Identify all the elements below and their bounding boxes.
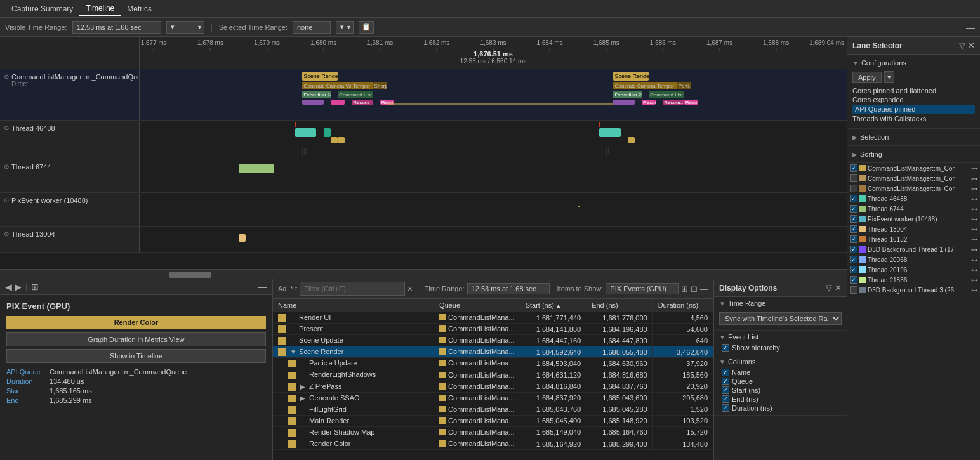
lane-pin-icon[interactable]: ⊶ <box>971 195 977 202</box>
visible-time-dropdown[interactable]: ▾ <box>166 21 204 34</box>
lane-checkbox[interactable] <box>850 286 858 294</box>
nav-capture-summary[interactable]: Capture Summary <box>5 2 79 16</box>
display-options-close-icon[interactable]: ✕ <box>835 283 842 292</box>
selection-header[interactable]: ▶ Selection <box>847 131 980 143</box>
col-header-duration[interactable]: Duration (ns) <box>652 299 713 312</box>
lane-checkbox[interactable]: ✓ <box>850 256 858 263</box>
table-row[interactable]: Particle Update CommandListMana... 1,684… <box>273 358 713 369</box>
render-color-button[interactable]: Render Color <box>6 316 266 329</box>
minimize-button[interactable]: — <box>966 22 975 32</box>
table-row[interactable]: ▼Scene Render CommandListMana... 1,684,5… <box>273 346 713 358</box>
lane-pin-icon[interactable]: ⊶ <box>971 277 977 284</box>
lane-list-item[interactable]: CommandListManager::m_Cor ⊶ <box>847 173 980 183</box>
configurations-header[interactable]: ▼ Configurations <box>847 57 980 69</box>
pixevent-icon[interactable]: ⊙ <box>4 197 9 204</box>
config-row[interactable]: Threads with Callstacks <box>852 114 975 123</box>
display-options-filter-icon[interactable]: ▽ <box>826 283 832 292</box>
thread-46488-track[interactable] <box>140 121 847 159</box>
lane-pin-icon[interactable]: ⊶ <box>971 226 977 233</box>
table-row[interactable]: Present CommandListMana... 1,684,141,880… <box>273 324 713 335</box>
lane-pin-icon[interactable]: ⊶ <box>971 287 977 294</box>
timeline-scrollbar[interactable] <box>0 269 847 279</box>
config-row[interactable]: API Queues pinned <box>852 104 975 114</box>
do-column-label[interactable]: End (ns) <box>732 395 758 403</box>
do-column-label[interactable]: Start (ns) <box>732 386 760 394</box>
next-button[interactable]: ▶ <box>15 282 22 292</box>
filter-clear-button[interactable]: × <box>407 284 413 294</box>
nav-metrics[interactable]: Metrics <box>121 2 158 16</box>
col-header-start[interactable]: Start (ns) <box>520 299 586 312</box>
lane-list-item[interactable]: ✓ Thread 20196 ⊶ <box>847 265 980 275</box>
lane-checkbox[interactable]: ✓ <box>850 195 858 202</box>
do-time-range-header[interactable]: ▼ Time Range <box>719 299 842 307</box>
lane-checkbox[interactable]: ✓ <box>850 266 858 273</box>
config-label[interactable]: API Queues pinned <box>852 105 975 114</box>
show-timeline-button[interactable]: Show in Timeline <box>6 349 266 363</box>
config-label[interactable]: Cores pinned and flattened <box>852 87 975 95</box>
do-columns-header[interactable]: ▼ Columns <box>719 358 842 365</box>
table-row[interactable]: RenderLightShadows CommandListMana... 1,… <box>273 369 713 381</box>
lane-pin-icon[interactable]: ⊶ <box>971 256 977 263</box>
config-dropdown-button[interactable]: ▾ <box>884 71 894 83</box>
table-row[interactable]: ▶Generate SSAO CommandListMana... 1,684,… <box>273 392 713 404</box>
apply-button[interactable]: Apply <box>852 72 882 83</box>
copy-icon-btn[interactable]: 📋 <box>359 21 374 34</box>
config-label[interactable]: Threads with Callstacks <box>852 115 975 122</box>
table-icon-2[interactable]: ⊡ <box>691 284 698 294</box>
table-row[interactable]: Render UI CommandListMana... 1,681,771,4… <box>273 312 713 324</box>
table-row[interactable]: Scene Update CommandListMana... 1,684,44… <box>273 335 713 346</box>
lane-pin-icon[interactable]: ⊶ <box>971 206 977 213</box>
lane-checkbox[interactable]: ✓ <box>850 246 858 253</box>
lane-selector-filter-icon[interactable]: ▽ <box>959 41 965 50</box>
sorting-header[interactable]: ▶ Sorting <box>847 148 980 160</box>
lane-checkbox[interactable] <box>850 185 858 192</box>
do-time-range-select[interactable]: Sync with Timeline's Selected Range <box>719 312 842 325</box>
graph-metrics-button[interactable]: Graph Duration in Metrics View <box>6 332 266 346</box>
lane-pin-icon[interactable]: ⊶ <box>971 216 977 223</box>
lane-checkbox[interactable]: ✓ <box>850 205 858 213</box>
table-minimize[interactable]: — <box>700 284 708 294</box>
thread-46488-icon[interactable]: ⊙ <box>4 124 9 131</box>
lane-checkbox[interactable]: ✓ <box>850 225 858 233</box>
table-row[interactable]: Main Render CommandListMana... 1,685,045… <box>273 415 713 426</box>
col-header-end[interactable]: End (ns) <box>586 299 653 312</box>
lane-list-item[interactable]: ✓ Thread 13004 ⊶ <box>847 224 980 234</box>
thread-13004-track[interactable] <box>140 227 847 252</box>
lane-list-item[interactable]: ✓ Thread 21836 ⊶ <box>847 275 980 285</box>
lane-pin-icon[interactable]: ⊶ <box>971 246 977 253</box>
gpu-lane-track[interactable]: Scene Render Generate Camera Velo Tempor… <box>140 69 847 120</box>
lane-checkbox[interactable] <box>850 174 858 182</box>
do-show-hierarchy-label[interactable]: Show hierarchy <box>732 344 780 352</box>
config-row[interactable]: Cores expanded <box>852 95 975 104</box>
lane-selector-close-icon[interactable]: ✕ <box>968 41 975 50</box>
do-show-hierarchy-checkbox[interactable]: ✓ <box>722 344 729 352</box>
lane-list-item[interactable]: ✓ CommandListManager::m_Cor ⊶ <box>847 163 980 173</box>
config-row[interactable]: Cores pinned and flattened <box>852 86 975 95</box>
thread-13004-icon[interactable]: ⊙ <box>4 230 9 237</box>
timeline-scroll-thumb[interactable] <box>169 272 212 278</box>
do-event-list-header[interactable]: ▼ Event List <box>719 333 842 341</box>
lane-list-item[interactable]: ✓ Thread 16132 ⊶ <box>847 234 980 244</box>
do-column-label[interactable]: Name <box>732 369 750 376</box>
row-expand-icon[interactable]: ▼ <box>290 348 296 355</box>
thread-6744-track[interactable] <box>140 159 847 192</box>
lane-list-item[interactable]: ✓ Thread 20068 ⊶ <box>847 254 980 265</box>
table-row[interactable]: ▶Z PrePass CommandListMana... 1,684,816,… <box>273 381 713 392</box>
prev-button[interactable]: ◀ <box>5 282 12 292</box>
lane-list-item[interactable]: D3D Background Thread 3 (26 ⊶ <box>847 285 980 295</box>
lane-pin-icon[interactable]: ⊶ <box>971 175 977 182</box>
lane-list-item[interactable]: ✓ Thread 6744 ⊶ <box>847 204 980 214</box>
panel-minimize-button[interactable]: — <box>258 282 267 292</box>
do-column-checkbox[interactable]: ✓ <box>722 386 729 394</box>
lane-list-item[interactable]: ✓ PixEvent worker (10488) ⊶ <box>847 214 980 224</box>
do-column-label[interactable]: Queue <box>732 378 753 385</box>
table-row[interactable]: FillLightGrid CommandListMana... 1,685,0… <box>273 404 713 415</box>
table-row[interactable]: Render Shadow Map CommandListMana... 1,6… <box>273 426 713 438</box>
filter-input[interactable] <box>300 282 405 296</box>
config-label[interactable]: Cores expanded <box>852 96 975 103</box>
grid-view-button[interactable]: ⊞ <box>31 282 39 292</box>
event-table[interactable]: Name Queue Start (ns) End (ns) Duration … <box>273 299 713 460</box>
lane-pin-icon[interactable]: ⊶ <box>971 266 977 273</box>
col-header-name[interactable]: Name <box>273 299 434 312</box>
do-column-checkbox[interactable]: ✓ <box>722 404 729 412</box>
